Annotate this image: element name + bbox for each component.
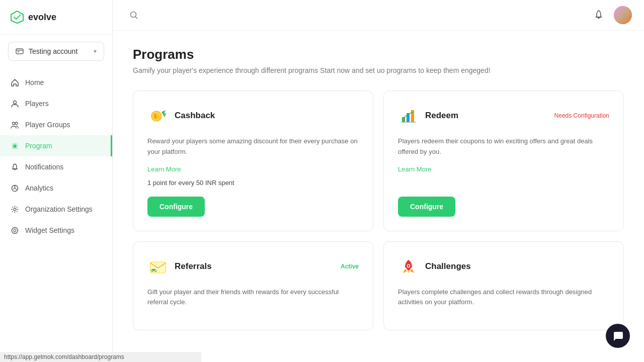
logo-text: evolve bbox=[28, 12, 56, 23]
cashback-learn-more[interactable]: Learn More bbox=[147, 165, 359, 173]
avatar[interactable] bbox=[614, 6, 632, 24]
bell-nav-icon bbox=[10, 162, 19, 171]
account-chevron-icon: ▾ bbox=[94, 48, 97, 55]
sidebar-item-player-groups[interactable]: Player Groups bbox=[0, 114, 112, 135]
svg-line-12 bbox=[135, 17, 137, 19]
challenges-title-row: Challenges bbox=[398, 256, 471, 277]
sidebar-item-players-label: Players bbox=[25, 100, 49, 108]
sidebar-nav: Home Players Player Groups bbox=[0, 68, 112, 362]
challenges-title: Challenges bbox=[425, 261, 471, 272]
referrals-title: Referrals bbox=[175, 261, 212, 272]
sidebar-item-program-label: Program bbox=[25, 142, 52, 150]
sidebar-item-widget-settings[interactable]: Widget Settings bbox=[0, 220, 112, 241]
account-selector-icon bbox=[16, 47, 24, 55]
redeem-card: Redeem Needs Configuration Players redee… bbox=[383, 90, 624, 231]
svg-point-4 bbox=[13, 101, 16, 104]
challenges-card: Challenges Players complete challenges a… bbox=[383, 241, 624, 331]
chat-fab-button[interactable] bbox=[606, 324, 630, 348]
redeem-learn-more[interactable]: Learn More bbox=[398, 165, 609, 173]
referrals-icon bbox=[147, 256, 169, 277]
referrals-card: Referrals Active Gift your player and th… bbox=[133, 241, 373, 331]
svg-marker-0 bbox=[11, 11, 23, 23]
gear-icon bbox=[10, 205, 19, 214]
sidebar-item-org-settings-label: Organization Settings bbox=[25, 205, 93, 213]
cashback-card: $ Cashback Reward your players some amaz… bbox=[133, 90, 373, 231]
redeem-configure-button[interactable]: Configure bbox=[398, 197, 455, 217]
chart-icon bbox=[10, 184, 19, 193]
status-bar: https://app.getmok.com/dashboard/program… bbox=[0, 352, 201, 362]
page-content: Programs Gamify your player's experience… bbox=[113, 31, 644, 346]
search-button[interactable] bbox=[125, 6, 143, 24]
redeem-title-row: Redeem bbox=[398, 105, 458, 126]
sidebar-item-org-settings[interactable]: Organization Settings bbox=[0, 199, 112, 220]
page-subtitle: Gamify your player's experience through … bbox=[133, 66, 624, 74]
svg-rect-1 bbox=[16, 49, 23, 54]
notifications-bell-icon[interactable] bbox=[590, 6, 608, 24]
cashback-configure-button[interactable]: Configure bbox=[147, 197, 205, 217]
sidebar-item-home-label: Home bbox=[25, 78, 44, 86]
sidebar-item-notifications[interactable]: Notifications bbox=[0, 156, 112, 177]
referrals-title-row: Referrals bbox=[147, 256, 212, 277]
sidebar-item-notifications-label: Notifications bbox=[25, 163, 63, 171]
redeem-card-header: Redeem Needs Configuration bbox=[398, 105, 609, 126]
svg-point-6 bbox=[15, 122, 18, 125]
person-icon bbox=[10, 99, 19, 108]
main-content: Programs Gamify your player's experience… bbox=[113, 0, 644, 362]
status-url: https://app.getmok.com/dashboard/program… bbox=[4, 353, 124, 360]
challenges-card-header: Challenges bbox=[398, 256, 609, 277]
challenges-description: Players complete challenges and collect … bbox=[398, 287, 609, 308]
topbar bbox=[113, 0, 644, 31]
sidebar-item-players[interactable]: Players bbox=[0, 93, 112, 114]
sidebar-item-analytics[interactable]: Analytics bbox=[0, 177, 112, 199]
programs-grid: $ Cashback Reward your players some amaz… bbox=[133, 90, 624, 330]
referrals-active-badge: Active bbox=[341, 263, 359, 270]
group-icon bbox=[10, 120, 19, 129]
sidebar-item-widget-settings-label: Widget Settings bbox=[25, 226, 74, 234]
referrals-description: Gift your player and their friends with … bbox=[147, 287, 359, 308]
svg-point-5 bbox=[12, 122, 15, 125]
sidebar-item-analytics-label: Analytics bbox=[25, 184, 53, 192]
topbar-right bbox=[590, 6, 632, 24]
redeem-description: Players redeem their coupons to win exci… bbox=[398, 136, 609, 157]
referrals-card-header: Referrals Active bbox=[147, 256, 359, 277]
cashback-description: Reward your players some amazing discoun… bbox=[147, 136, 359, 157]
svg-point-10 bbox=[12, 227, 18, 233]
sidebar-item-program[interactable]: Program bbox=[0, 135, 112, 156]
svg-point-9 bbox=[14, 208, 16, 211]
svg-text:$: $ bbox=[154, 114, 157, 119]
challenges-icon bbox=[398, 256, 419, 277]
sidebar-item-player-groups-label: Player Groups bbox=[25, 121, 70, 129]
star-icon bbox=[10, 141, 19, 150]
cashback-icon: $ bbox=[147, 105, 169, 126]
page-title: Programs bbox=[133, 47, 624, 62]
cashback-card-header: $ Cashback bbox=[147, 105, 359, 126]
redeem-icon bbox=[398, 105, 419, 126]
cashback-title-row: $ Cashback bbox=[147, 105, 215, 126]
sidebar-item-home[interactable]: Home bbox=[0, 72, 112, 93]
cashback-title: Cashback bbox=[175, 111, 215, 121]
account-selector[interactable]: Testing account ▾ bbox=[8, 42, 104, 61]
evolve-logo-icon bbox=[10, 10, 24, 24]
logo-area: evolve bbox=[0, 0, 112, 35]
avatar-image bbox=[614, 6, 632, 24]
sidebar: evolve Testing account ▾ Home bbox=[0, 0, 113, 362]
redeem-title: Redeem bbox=[425, 111, 458, 121]
home-icon bbox=[10, 78, 19, 87]
widget-icon bbox=[10, 226, 19, 235]
cashback-stat: 1 point for every 50 INR spent bbox=[147, 179, 359, 187]
svg-point-23 bbox=[408, 265, 410, 267]
redeem-needs-config-badge: Needs Configuration bbox=[554, 112, 609, 119]
account-name: Testing account bbox=[29, 47, 89, 55]
